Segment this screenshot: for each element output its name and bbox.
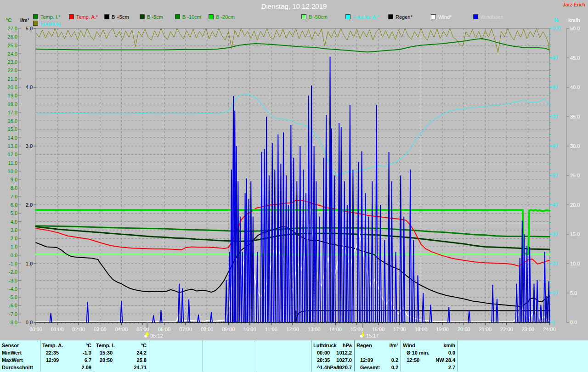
table-col-empty-4 [257, 340, 311, 372]
wind-axis-label: 30.0 [570, 143, 580, 149]
series-windb-en-spike [344, 181, 345, 322]
temp-axis-label: 2.0 [11, 236, 17, 241]
time-axis-label: 06:00 [158, 327, 171, 332]
time-axis-label: 12:00 [286, 327, 299, 332]
table-cell-value: NW 28.4 [435, 356, 455, 364]
table-cell-time: 12:50 [407, 356, 419, 364]
time-axis-label: 24:00 [543, 327, 556, 332]
table-cell-value: 1012.2 [336, 349, 352, 356]
wind-axis-label: 45.0 [570, 55, 580, 61]
table-cell-time: 00:00 [317, 349, 330, 356]
time-axis-label: 11:00 [265, 327, 277, 332]
series-windb-en-spike [271, 143, 273, 322]
table-col-temp-a: Temp. A.°C22:35-1.312:096.72.09 [40, 340, 94, 372]
table-col-title: Wind [403, 342, 415, 349]
temp-axis-label: -8.0 [9, 320, 17, 325]
table-col-unit: l/m² [389, 342, 398, 349]
table-row-label: Durchschnitt [2, 364, 33, 371]
table-col-title: Regen [356, 342, 372, 349]
humidity-axis-label: 90 [552, 55, 558, 61]
series-windb-en-spike [266, 117, 267, 322]
series-windb-en-spike [468, 310, 470, 322]
table-cell-value: 2.7 [448, 364, 455, 371]
temp-axis-label: -5.0 [9, 294, 17, 300]
humidity-axis-label: 100 [552, 26, 560, 31]
table-row-label: MaxWert [2, 356, 23, 364]
series-windb-en-spike [417, 276, 418, 322]
rain-axis-label: 4.0 [26, 85, 33, 90]
temp-axis-label: 9.0 [11, 177, 17, 182]
series-windb-en-spike [178, 284, 180, 323]
temp-axis-label: -1.0 [9, 261, 17, 266]
temp-axis-label: -6.0 [9, 303, 17, 308]
table-cell-time: 12:09 [360, 356, 373, 364]
table-cell-time: Gesamt: [360, 364, 380, 371]
chart-area: 27.026.025.024.023.022.021.020.019.018.0… [0, 0, 588, 340]
series-windb-en-spike [379, 205, 381, 322]
temp-axis-label: 20.0 [8, 85, 17, 90]
temp-axis-label: 23.0 [8, 59, 17, 65]
temp-axis-label: 19.0 [8, 93, 17, 98]
rain-axis-label: 2.0 [26, 202, 33, 208]
temp-axis-label: 6.0 [11, 202, 17, 208]
temp-axis-label: 27.0 [8, 26, 17, 31]
series-windb-en-spike [87, 302, 89, 322]
series-windb-en-spike [430, 305, 431, 322]
table-cell-value: 0.2 [391, 364, 398, 371]
series-windb-en-spike [352, 169, 354, 322]
temp-axis-label: -3.0 [9, 278, 17, 283]
series-windb-en-spike [241, 252, 243, 322]
weather-logger-window: Dienstag, 10.12.2019 Jarz Erich °C l/m² … [0, 0, 588, 372]
series-windb-en-spike [181, 288, 183, 322]
table-cell-value: 6.7 [85, 356, 91, 364]
series-windb-en-spike [274, 169, 276, 322]
series-windb-en-spike [252, 217, 254, 322]
table-col-luftdruck: LuftdruckhPa00:001012.220:351027.0^1.4hP… [311, 340, 355, 372]
series-windb-en-spike [302, 169, 304, 322]
table-cell-value: 24.71 [134, 364, 147, 371]
table-cell-value: 2.09 [82, 364, 91, 371]
series-windb-en-spike [246, 178, 248, 322]
temp-axis-label: 21.0 [8, 76, 17, 82]
humidity-axis-label: 20 [552, 261, 558, 266]
table-col-unit: hPa [343, 342, 352, 349]
time-axis-label: 01:00 [51, 327, 64, 332]
wind-axis-label: 5.0 [570, 290, 577, 296]
time-axis-label: 09:00 [222, 327, 235, 332]
wind-axis-label: 40.0 [570, 85, 580, 90]
time-axis-label: 15:00 [351, 327, 363, 332]
series-windb-en-spike [448, 307, 450, 322]
table-row-label: Sensor [2, 342, 19, 349]
temp-axis-label: 8.0 [11, 185, 17, 191]
temp-axis-label: 26.0 [8, 34, 17, 39]
temp-axis-label: 3.0 [11, 227, 17, 233]
time-axis-label: 20:00 [458, 327, 470, 332]
time-axis-label: 03:00 [94, 327, 107, 332]
table-cell-time: Ø 10 min. [407, 349, 430, 356]
temp-axis-label: 24.0 [8, 51, 17, 56]
time-axis-label: 04:00 [115, 327, 128, 332]
temp-axis-label: 15.0 [8, 126, 17, 132]
series-windb-en-spike [283, 133, 284, 322]
time-axis-label: 10:00 [243, 327, 256, 332]
time-axis-label: 19:00 [436, 327, 449, 332]
rain-axis-label: 0.0 [26, 320, 33, 325]
series-windb-en-spike [388, 152, 390, 322]
series-windb-en-spike [308, 96, 310, 322]
series-windb-en-spike [296, 181, 298, 322]
time-axis-label: 00:00 [29, 327, 42, 332]
time-axis-label: 14:00 [329, 327, 342, 332]
series-windb-en-spike [285, 175, 287, 322]
stats-table: SensorMinWertMaxWertDurchschnittTemp. A.… [0, 340, 588, 372]
temp-axis-label: 4.0 [11, 219, 17, 225]
wind-axis-label: 35.0 [570, 114, 580, 119]
series-windb-en-spike [263, 149, 265, 322]
series-windb-en-spike [288, 205, 289, 322]
series-windb-en-spike [305, 193, 307, 322]
table-cell-value: 24.2 [137, 349, 147, 356]
humidity-axis-label: 70 [552, 114, 558, 119]
table-col-unit: km/h [443, 342, 455, 349]
series-windb-en-spike [391, 181, 393, 322]
table-col-temp-i: Temp. I.°C15:3024.220:5025.824.71 [94, 340, 149, 372]
temp-axis-label: 1.0 [11, 244, 17, 249]
